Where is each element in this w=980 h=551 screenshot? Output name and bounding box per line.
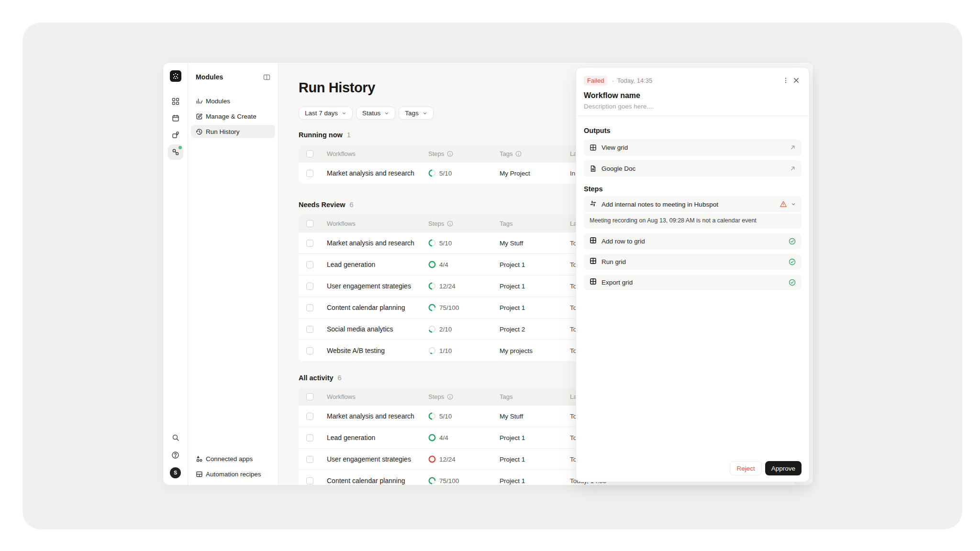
steps-cell: 4/4 [428, 434, 500, 441]
progress-ring [428, 347, 436, 354]
grid-icon [590, 278, 597, 287]
sidebar-item-label: Connected apps [206, 455, 253, 463]
select-all-checkbox[interactable] [306, 393, 313, 400]
info-icon[interactable] [447, 220, 453, 227]
tag-cell: Project 2 [500, 326, 570, 333]
row-checkbox[interactable] [306, 477, 313, 485]
workflow-description: Description goes here.... [584, 103, 802, 110]
search-icon[interactable] [170, 432, 181, 443]
step-run-grid[interactable]: Run grid [584, 254, 802, 270]
app-logo[interactable] [170, 70, 181, 82]
sidebar-item-connected-apps[interactable]: Connected apps [191, 452, 275, 465]
grid-icon [590, 257, 597, 266]
info-icon[interactable] [447, 394, 453, 400]
filter-last-7-days[interactable]: Last 7 days [299, 107, 353, 120]
row-checkbox[interactable] [306, 283, 313, 290]
warning-icon [780, 200, 787, 208]
workflow-name-cell: Social media analytics [327, 325, 428, 333]
dashboard-icon[interactable] [170, 96, 181, 107]
sidebar-item-modules[interactable]: Modules [191, 94, 275, 108]
steps-cell: 75/100 [428, 304, 500, 311]
output-view-grid[interactable]: View grid [584, 139, 802, 156]
column-header-steps: Steps [428, 393, 500, 400]
run-detail-panel: Failed ·Today, 14:35 Workflow name Descr… [576, 67, 810, 482]
step-header[interactable]: Add internal notes to meeting in Hubspot [584, 196, 802, 212]
divider [576, 116, 809, 116]
column-header-workflows: Workflows [327, 220, 428, 227]
approve-button[interactable]: Approve [765, 461, 802, 475]
filter-tags[interactable]: Tags [399, 107, 434, 120]
select-all-checkbox[interactable] [306, 220, 313, 227]
sidebar-item-manage-create[interactable]: Manage & Create [191, 110, 275, 123]
row-checkbox[interactable] [306, 456, 313, 463]
progress-ring [428, 434, 436, 441]
workflow-name-cell: User engagement strategies [327, 455, 428, 463]
sidebar-item-label: Automation recipes [206, 471, 261, 478]
workflow-name-cell: User engagement strategies [327, 282, 428, 290]
row-checkbox[interactable] [306, 304, 313, 311]
nav-title: Modules [196, 73, 223, 81]
steps-cell: 5/10 [428, 412, 500, 420]
bars-icon [196, 98, 203, 105]
collapse-panel-icon[interactable] [263, 74, 270, 81]
progress-ring [428, 169, 436, 177]
workflow-name-cell: Lead generation [327, 261, 428, 268]
output-google-doc[interactable]: Google Doc [584, 160, 802, 177]
sidebar-item-run-history[interactable]: Run History [191, 125, 275, 138]
row-checkbox[interactable] [306, 347, 313, 354]
progress-ring [428, 282, 436, 290]
row-checkbox[interactable] [306, 240, 313, 247]
row-checkbox[interactable] [306, 434, 313, 441]
tag-cell: My Stuff [500, 413, 570, 420]
status-badge: Failed [584, 76, 607, 86]
avatar[interactable]: S [170, 467, 181, 478]
workflow-name-cell: Market analysis and research [327, 239, 428, 247]
chevron-down-icon[interactable] [791, 202, 796, 207]
select-all-checkbox[interactable] [306, 150, 313, 157]
chevron-down-icon [342, 111, 346, 116]
row-checkbox[interactable] [306, 326, 313, 333]
row-checkbox[interactable] [306, 170, 313, 177]
slack-icon [590, 200, 597, 209]
check-circle-icon [789, 238, 796, 245]
reject-button[interactable]: Reject [730, 461, 761, 475]
progress-ring [428, 261, 436, 268]
info-icon[interactable] [515, 151, 522, 157]
filter-status[interactable]: Status [356, 107, 395, 120]
steps-heading: Steps [584, 185, 802, 193]
arrow-external-icon[interactable] [790, 144, 796, 151]
steps-cell: 4/4 [428, 261, 500, 268]
help-icon[interactable] [170, 449, 181, 461]
tag-cell: My Project [500, 170, 570, 177]
sidebar-item-integrations[interactable] [168, 144, 183, 160]
column-header-tags: Tags [500, 393, 570, 400]
close-icon[interactable] [791, 75, 802, 86]
steps-cell: 5/10 [428, 239, 500, 247]
sidebar-item-automation-recipes[interactable]: Automation recipes [191, 467, 275, 481]
column-header-steps: Steps [428, 150, 500, 157]
workflow-name-cell: Lead generation [327, 434, 428, 441]
steps-cell: 1/10 [428, 347, 500, 354]
step-export-grid[interactable]: Export grid [584, 275, 802, 290]
step-add-row-to-grid[interactable]: Add row to grid [584, 233, 802, 249]
kebab-menu-icon[interactable] [780, 75, 791, 86]
shapes-icon [196, 455, 203, 463]
arrow-external-icon[interactable] [790, 165, 796, 172]
chevron-down-icon [384, 111, 389, 116]
row-checkbox[interactable] [306, 413, 313, 420]
modules-icon[interactable] [170, 129, 181, 141]
info-icon[interactable] [447, 151, 453, 157]
grid-icon [590, 144, 597, 151]
calendar-icon[interactable] [170, 112, 181, 124]
tag-cell: Project 1 [500, 477, 570, 485]
step-add-internal-notes-to-meeting-in-hubspot: Add internal notes to meeting in Hubspot… [584, 196, 802, 229]
workflow-name-cell: Content calendar planning [327, 477, 428, 485]
workflow-name: Workflow name [584, 91, 802, 100]
steps-cell: 12/24 [428, 455, 500, 463]
tag-cell: My Stuff [500, 240, 570, 247]
row-checkbox[interactable] [306, 261, 313, 268]
tag-cell: Project 1 [500, 434, 570, 441]
sidebar-item-label: Modules [206, 98, 230, 105]
sidebar-item-label: Manage & Create [206, 113, 256, 120]
steps-cell: 12/24 [428, 282, 500, 290]
